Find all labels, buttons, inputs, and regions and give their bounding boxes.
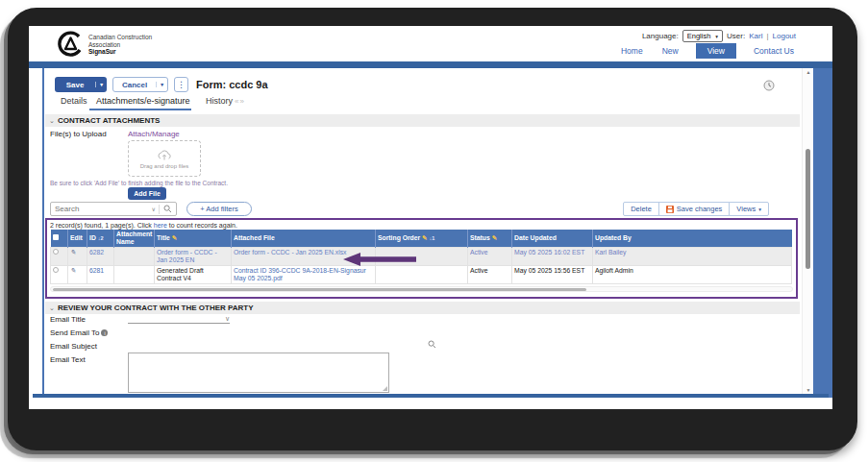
tab-scroll-arrows-icon[interactable]: «» (235, 97, 245, 106)
user-name-link[interactable]: Karl (749, 32, 762, 40)
views-caret-icon: ▾ (758, 207, 761, 212)
col-header-updated-by[interactable]: Updated By (593, 230, 792, 247)
save-floppy-icon (666, 206, 674, 213)
tab-history[interactable]: History (206, 96, 233, 106)
cancel-button[interactable]: Cancel ▾ (112, 77, 168, 92)
cell-edit[interactable]: ✎ (68, 265, 87, 283)
subject-lookup-icon[interactable] (428, 340, 436, 349)
attachments-table: Edit ID ↓2 Attachment Name Title ✎ Attac… (50, 230, 792, 284)
language-value: English (687, 32, 711, 40)
dropzone-label: Drag and drop files (140, 163, 189, 169)
section-header-contract-attachments[interactable]: ⌄ CONTRACT ATTACHMENTS (45, 114, 800, 127)
tab-attachments-esignature[interactable]: Attachments/e-signature (96, 96, 190, 106)
sort-indicator-icon: ↓1 (429, 235, 434, 241)
info-icon[interactable]: i (101, 329, 108, 336)
nav-home[interactable]: Home (619, 43, 645, 59)
more-actions-button[interactable]: ⋮ (174, 77, 188, 92)
save-button[interactable]: Save ▾ (55, 77, 107, 92)
delete-button[interactable]: Delete (623, 202, 659, 216)
row-checkbox[interactable] (53, 267, 59, 273)
scrollbar-thumb[interactable] (806, 149, 810, 269)
attach-manage-link[interactable]: Attach/Manage (128, 130, 180, 138)
active-tab-underline (89, 109, 191, 110)
cell-status: Active (468, 247, 512, 265)
cca-logo-icon (58, 31, 84, 61)
cell-id[interactable]: 6281 (87, 265, 114, 283)
resize-handle-icon[interactable] (383, 386, 387, 391)
cell-attachment-name (114, 265, 155, 283)
product-name: SignaSur (88, 48, 152, 56)
col-header-title[interactable]: Title ✎ (155, 230, 232, 247)
cancel-dropdown-caret-icon[interactable]: ▾ (156, 82, 167, 87)
separator: | (766, 32, 768, 40)
cell-date-updated: May 05 2025 16:02 EST (512, 247, 593, 265)
edit-pencil-icon[interactable]: ✎ (70, 267, 76, 274)
cell-updated-by: Agiloft Admin (593, 265, 792, 283)
save-changes-button[interactable]: Save changes (658, 202, 731, 216)
vertical-scrollbar[interactable]: ▲ ▼ (802, 68, 813, 394)
cell-id[interactable]: 6282 (87, 247, 114, 265)
col-header-id[interactable]: ID ↓2 (87, 230, 114, 247)
table-header-row: Edit ID ↓2 Attachment Name Title ✎ Attac… (51, 230, 792, 247)
screenshot-canvas: Canadian Construction Association SignaS… (0, 0, 868, 462)
select-caret-icon: ∨ (225, 315, 230, 323)
summary-suffix: to count records again. (167, 222, 237, 229)
cell-edit[interactable]: ✎ (68, 247, 87, 265)
nav-new[interactable]: New (660, 43, 681, 59)
email-subject-field-wrap (128, 339, 423, 352)
grid-actions-group: Delete Save changes Views ▾ (624, 202, 769, 216)
views-button[interactable]: Views ▾ (729, 202, 769, 216)
nav-view[interactable]: View (696, 43, 736, 59)
language-select[interactable]: English ▾ (682, 30, 723, 42)
send-email-to-label: Send Email Toi (50, 328, 108, 337)
chevron-down-icon: ▾ (715, 34, 718, 39)
org-name-line2: Association (88, 41, 152, 49)
search-input[interactable] (51, 205, 149, 213)
header-utility-row: Language: English ▾ User: Karl | Logout (642, 30, 796, 42)
cell-title-link[interactable]: Order form - CCDC - Jan 2025 EN (155, 247, 232, 265)
col-header-attached-file[interactable]: Attached File (232, 230, 376, 247)
edit-pencil-icon[interactable]: ✎ (70, 249, 76, 255)
cell-select[interactable] (51, 265, 68, 283)
kebab-icon: ⋮ (177, 80, 186, 89)
table-horizontal-scrollbar[interactable] (50, 286, 793, 292)
col-header-attachment-name[interactable]: Attachment Name (114, 230, 155, 247)
col-header-select-all[interactable] (51, 230, 68, 247)
col-header-edit[interactable]: Edit (68, 230, 87, 247)
file-dropzone[interactable]: Drag and drop files (128, 140, 201, 177)
save-dropdown-caret-icon[interactable]: ▾ (95, 82, 107, 87)
delete-button-label: Delete (631, 205, 652, 213)
records-annotation-box: 2 record(s) found, 1 page(s). Click here… (45, 218, 798, 299)
table-row: ✎ 6281 Generated Draft Contract V4 Contr… (51, 265, 792, 283)
col-header-date-updated[interactable]: Date Updated (512, 230, 593, 247)
section-title: CONTRACT ATTACHMENTS (58, 116, 161, 125)
add-filters-button[interactable]: + Add filters (186, 202, 252, 216)
col-header-status[interactable]: Status ✎ (468, 230, 512, 247)
scrollbar-thumb[interactable] (53, 288, 586, 291)
add-file-button[interactable]: Add File (128, 187, 166, 200)
cell-status: Active (468, 265, 512, 283)
language-label: Language: (642, 32, 679, 40)
select-all-checkbox-icon[interactable] (53, 234, 59, 240)
cell-updated-by: Karl Bailey (593, 247, 792, 265)
search-scope-caret-icon[interactable]: ∨ (149, 206, 159, 212)
records-summary: 2 record(s) found, 1 page(s). Click here… (50, 222, 796, 229)
edit-pencil-icon: ✎ (172, 234, 177, 241)
form-panel: Save ▾ Cancel ▾ ⋮ Form: ccdc 9a (42, 68, 802, 394)
col-header-sorting-order[interactable]: Sorting Order ✎ ↓1 (376, 230, 468, 247)
nav-contact-us[interactable]: Contact Us (752, 43, 796, 59)
row-checkbox[interactable] (53, 249, 59, 255)
history-clock-icon[interactable] (763, 78, 775, 95)
count-records-link[interactable]: here (154, 222, 167, 229)
search-submit-icon[interactable] (160, 205, 176, 213)
logout-link[interactable]: Logout (773, 32, 796, 40)
cell-select[interactable] (51, 247, 68, 265)
org-name-line1: Canadian Construction (88, 34, 152, 41)
tab-details[interactable]: Details (61, 96, 87, 106)
email-text-area[interactable] (129, 353, 388, 392)
views-button-label: Views (736, 205, 756, 213)
email-title-select[interactable]: ∨ (128, 311, 230, 324)
files-to-upload-label: File(s) to Upload (50, 130, 107, 138)
email-text-area-wrap (128, 353, 389, 393)
search-box: ∨ (50, 202, 177, 216)
